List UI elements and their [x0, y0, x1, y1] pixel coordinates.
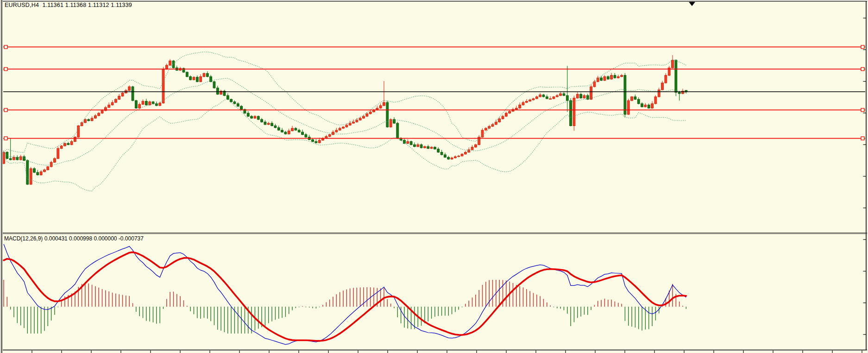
candle [631, 97, 633, 101]
line-handle-left[interactable] [4, 137, 7, 140]
candle [403, 140, 406, 144]
macd-histogram [4, 280, 686, 334]
candle [114, 99, 117, 102]
candle [240, 106, 243, 109]
candle [216, 88, 219, 95]
candle [145, 101, 147, 105]
candle [346, 125, 348, 127]
candle [509, 111, 511, 113]
candle [47, 167, 49, 170]
candle [94, 116, 97, 118]
candle [281, 130, 283, 132]
candle [6, 152, 8, 159]
candle [617, 76, 619, 78]
candle [189, 76, 192, 80]
candle [529, 100, 531, 101]
candle [560, 94, 562, 95]
candle [658, 90, 660, 97]
line-handle-right[interactable] [861, 45, 864, 49]
candle [37, 172, 39, 175]
candle [583, 95, 585, 98]
candle [488, 126, 491, 128]
line-handle-left[interactable] [4, 45, 7, 49]
candle [288, 131, 290, 134]
line-handle-right[interactable] [861, 68, 864, 71]
candle [118, 96, 120, 100]
candle [610, 76, 613, 79]
candle [600, 78, 603, 80]
candle [637, 99, 640, 104]
price-chart-panel[interactable] [3, 45, 865, 191]
candle [420, 145, 422, 148]
candle [138, 104, 141, 108]
candle [295, 128, 297, 130]
candle [522, 102, 524, 105]
candles-series [3, 55, 687, 185]
candle [363, 116, 365, 118]
candle [128, 87, 131, 90]
candle [424, 146, 426, 148]
candle [44, 170, 46, 172]
chart-window: EURUSD,H4 1.11361 1.11368 1.11312 1.1133… [0, 0, 868, 353]
candle [396, 123, 399, 139]
candle [261, 120, 263, 122]
candle [498, 119, 501, 122]
candle [570, 101, 572, 126]
line-handle-left[interactable] [4, 68, 7, 71]
candle [149, 102, 151, 105]
candle [193, 77, 195, 80]
candle [621, 76, 623, 77]
candle [251, 116, 253, 118]
candle [186, 72, 188, 77]
candle [525, 101, 528, 102]
candle [132, 87, 134, 101]
candle [26, 160, 29, 184]
candle [654, 97, 657, 104]
candle [162, 69, 164, 103]
candle [532, 99, 535, 100]
candle [369, 112, 371, 114]
macd-panel[interactable] [4, 244, 686, 345]
candle [254, 116, 256, 118]
bollinger-lower-band [4, 99, 686, 191]
candle [64, 144, 66, 146]
line-handle-right[interactable] [861, 108, 864, 112]
line-handle-right[interactable] [861, 137, 864, 140]
candle [247, 113, 249, 116]
candle [484, 128, 487, 130]
candle [315, 141, 317, 143]
line-handle-left[interactable] [4, 108, 7, 112]
candle [454, 157, 456, 158]
chart-canvas[interactable] [0, 0, 868, 353]
candle [386, 102, 389, 127]
candle [305, 134, 307, 137]
candle [542, 95, 545, 97]
candle [203, 74, 205, 77]
candle [213, 82, 215, 88]
candle [159, 103, 161, 105]
candle [379, 106, 382, 108]
candle [549, 99, 552, 99]
macd-indicator-label: MACD(12,26,9) 0.000431 0.000998 0.000000… [4, 235, 144, 242]
candle [206, 74, 208, 77]
candle [121, 93, 124, 96]
candle [434, 147, 436, 149]
candle [614, 76, 616, 78]
candle [74, 137, 76, 142]
candle [447, 157, 450, 159]
candle [644, 105, 647, 107]
candle [3, 152, 5, 164]
candle [226, 95, 229, 99]
candle [312, 139, 314, 141]
candle [590, 87, 592, 99]
candle [535, 97, 538, 99]
candle [298, 130, 300, 132]
candle [169, 61, 171, 65]
candle [271, 123, 273, 126]
candle [233, 102, 236, 104]
candle [624, 76, 626, 114]
macd-label-name: MACD(12,26,9) [4, 235, 43, 242]
candle [474, 145, 477, 147]
candle [580, 94, 582, 98]
candle [417, 145, 419, 146]
